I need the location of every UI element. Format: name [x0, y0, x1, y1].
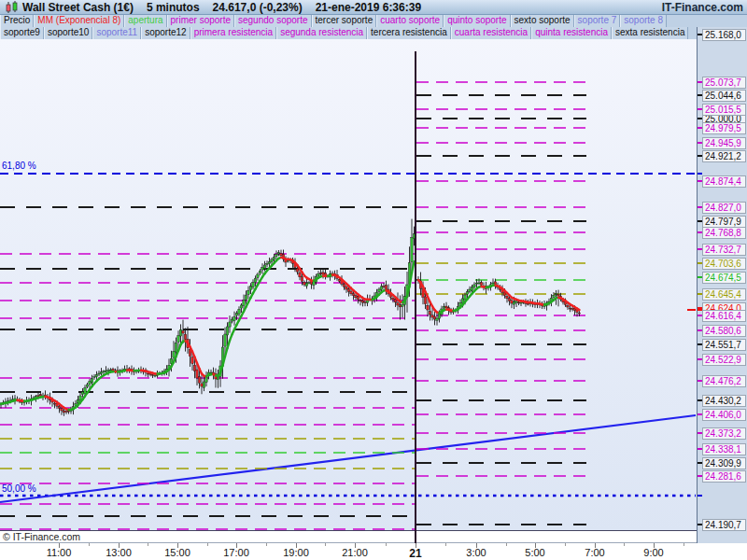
price-label: 24.522,9 — [702, 354, 746, 366]
price-label: 24.645,4 — [702, 288, 746, 301]
indicator-legend-row-2: soporte9soporte10soporte11soporte12prime… — [0, 27, 747, 39]
chart-window: Wall Street Cash (1€) 5 minutos 24.617,0… — [0, 0, 747, 560]
price-label: 24.580,6 — [702, 325, 746, 337]
legend-button-soporte12[interactable]: soporte12 — [141, 27, 190, 39]
legend-button-soporte9[interactable]: soporte9 — [0, 27, 44, 39]
fib-50-label[interactable]: 50,00 % — [2, 483, 36, 494]
time-label: 21:00 — [342, 547, 368, 558]
legend-button-mm-exponencial-8-[interactable]: MM (Exponencial 8) — [34, 15, 124, 27]
price-label: 24.281,6 — [702, 470, 746, 483]
title-bar: Wall Street Cash (1€) 5 minutos 24.617,0… — [0, 0, 747, 15]
price-label: 24.309,9 — [702, 457, 746, 469]
price-label: 24.921,2 — [702, 150, 746, 162]
price-label: 24.551,7 — [702, 339, 746, 351]
chart-canvas — [0, 39, 697, 530]
price-label: 24.476,2 — [702, 375, 746, 387]
time-label: 11:00 — [47, 547, 72, 558]
time-label: 5:00 — [525, 547, 544, 558]
session-separator-line — [415, 518, 416, 543]
time-minor-tick — [207, 543, 208, 546]
price-label: 24.945,9 — [702, 137, 746, 149]
price-label: 24.827,0 — [702, 202, 746, 214]
legend-button-soporte11[interactable]: soporte11 — [92, 27, 141, 39]
price-label: 24.732,7 — [702, 244, 746, 256]
fib-61-label[interactable]: 61,80 % — [2, 161, 36, 171]
brand-label: IT-Finance.com — [662, 1, 743, 14]
time-label: 15:00 — [164, 547, 190, 558]
indicator-legend-row-1: PrecioMM (Exponencial 8)aperturaprimer s… — [0, 15, 747, 27]
time-axis[interactable]: 11:0013:0015:0017:0019:0021:00213:005:00… — [0, 543, 697, 560]
price-tick — [698, 309, 702, 311]
time-minor-tick — [148, 543, 148, 546]
legend-button-primera-resistencia[interactable]: primera resistencia — [190, 27, 276, 39]
price-label: 25.015,5 — [702, 104, 746, 116]
time-minor-tick — [445, 543, 446, 546]
price-label: 24.674,5 — [702, 272, 746, 284]
legend-button-tercera-resistencia[interactable]: tercera resistencia — [367, 27, 451, 39]
time-minor-tick — [565, 543, 566, 546]
time-minor-tick — [325, 543, 326, 546]
time-minor-tick — [506, 543, 507, 546]
price-tick — [698, 173, 702, 175]
copyright-label: © IT-Finance.com — [0, 530, 697, 543]
time-label: 7:00 — [585, 547, 604, 558]
time-label: 13:00 — [106, 547, 132, 558]
datetime-label: 21-ene-2019 6:36:39 — [316, 1, 421, 14]
instrument-name: Wall Street Cash (1€) — [22, 1, 134, 14]
legend-button-soporte10[interactable]: soporte10 — [44, 27, 92, 39]
candlestick-icon — [5, 1, 19, 14]
price-label: 24.768,8 — [702, 227, 746, 239]
price-label: 24.979,5 — [702, 122, 746, 134]
legend-button-soporte-7[interactable]: soporte 7 — [574, 15, 621, 27]
price-tick — [698, 495, 702, 497]
timeframe-label: 5 minutos — [147, 1, 200, 14]
legend-button-sexta-resistencia[interactable]: sexta resistencia — [612, 27, 688, 39]
legend-button-tercer-soporte[interactable]: tercer soporte — [312, 15, 377, 27]
legend-button-soporte-8[interactable]: soporte 8 — [620, 15, 667, 27]
axis-corner — [697, 543, 747, 560]
legend-button-segundo-soporte[interactable]: segundo soporte — [234, 15, 312, 27]
price-label: 24.430,2 — [702, 395, 746, 407]
legend-button-quinto-soporte[interactable]: quinto soporte — [444, 15, 510, 27]
price-chart[interactable]: 61,80 % 50,00 % — [0, 39, 697, 530]
price-label: 25.044,6 — [702, 90, 746, 102]
legend-button-precio[interactable]: Precio — [0, 15, 34, 27]
price-label: 24.616,4 — [702, 310, 746, 322]
time-label: 21 — [409, 547, 421, 560]
price-label: 24.703,6 — [702, 258, 746, 270]
time-minor-tick — [89, 543, 90, 546]
price-axis[interactable]: 25.000,024.624,025.168,025.073,725.044,6… — [697, 27, 747, 543]
legend-button-segunda-resistencia[interactable]: segunda resistencia — [276, 27, 367, 39]
price-label: 25.168,0 — [702, 29, 746, 41]
legend-button-quinta-resistencia[interactable]: quinta resistencia — [531, 27, 612, 39]
price-label: 25.073,7 — [702, 77, 746, 89]
legend-button-sexto-soporte[interactable]: sexto soporte — [511, 15, 574, 27]
price-label: 24.190,7 — [702, 519, 746, 531]
time-label: 19:00 — [283, 547, 309, 558]
price-label: 24.338,1 — [702, 443, 746, 455]
time-label: 3:00 — [466, 547, 486, 558]
price-label: 24.406,0 — [702, 409, 746, 421]
last-price-and-change: 24.617,0 (-0,23%) — [213, 1, 303, 14]
price-label: 24.874,4 — [702, 175, 746, 188]
legend-button-cuarta-resistencia[interactable]: cuarta resistencia — [451, 27, 531, 39]
time-minor-tick — [266, 543, 267, 546]
legend-button-cuarto-soporte[interactable]: cuarto soporte — [376, 15, 444, 27]
time-minor-tick — [386, 543, 387, 546]
price-label: 24.373,2 — [702, 427, 746, 440]
time-label: 17:00 — [223, 547, 249, 558]
time-minor-tick — [624, 543, 625, 546]
legend-button-apertura[interactable]: apertura — [124, 15, 166, 27]
time-minor-tick — [684, 543, 684, 546]
legend-button-primer-soporte[interactable]: primer soporte — [167, 15, 234, 27]
time-label: 9:00 — [643, 547, 663, 558]
